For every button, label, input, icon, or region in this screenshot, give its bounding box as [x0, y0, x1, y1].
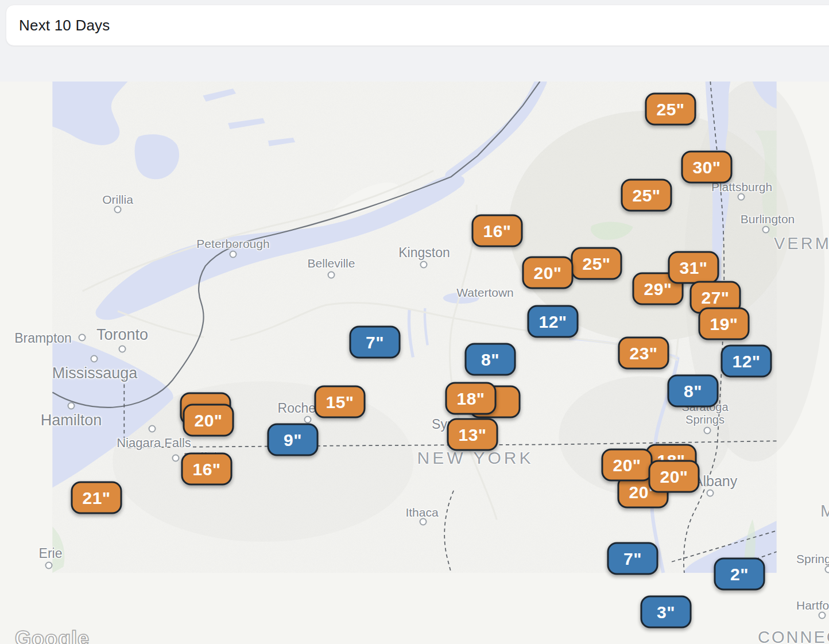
snow-amount-badge[interactable]: 25" — [621, 179, 672, 212]
weather-map-app: { "header": { "title": "Next 10 Days" },… — [0, 0, 829, 644]
snow-amount-badge[interactable]: 20" — [649, 460, 700, 493]
snow-amount-badge[interactable]: 8" — [465, 343, 516, 376]
snow-amount-badge[interactable]: 21" — [71, 482, 122, 514]
snow-amount-badge[interactable]: 12" — [528, 305, 579, 338]
snow-amount-badge[interactable]: 20" — [183, 404, 234, 437]
timeframe-label: Next 10 Days — [6, 17, 110, 34]
snow-amount-badge[interactable]: 16" — [181, 453, 233, 486]
snow-amount-badge[interactable]: 2" — [714, 558, 765, 591]
snow-amount-badge[interactable]: 16" — [472, 215, 523, 247]
snow-badges-layer: 25"30"25"16"25"20"29"31"27"19"12"7"8"12"… — [0, 0, 829, 644]
snow-amount-badge[interactable]: 13" — [447, 418, 498, 451]
google-attribution-logo[interactable]: Google — [15, 627, 90, 644]
timeframe-selector[interactable]: Next 10 Days — [6, 5, 829, 46]
snow-amount-badge[interactable]: 20" — [522, 257, 574, 289]
snow-amount-badge[interactable]: 18" — [446, 382, 497, 415]
snow-amount-badge[interactable]: 25" — [645, 93, 696, 126]
snow-amount-badge[interactable]: 23" — [618, 337, 669, 370]
snow-amount-badge[interactable]: 31" — [668, 251, 719, 284]
snow-amount-badge[interactable]: 8" — [668, 375, 719, 408]
snow-amount-badge[interactable]: 30" — [681, 151, 733, 184]
snow-amount-badge[interactable]: 9" — [268, 424, 319, 456]
snow-amount-badge[interactable]: 7" — [350, 326, 401, 359]
snow-amount-badge[interactable]: 20" — [602, 449, 653, 482]
snow-amount-badge[interactable]: 7" — [607, 542, 658, 575]
snow-amount-badge[interactable]: 3" — [641, 596, 692, 629]
snow-amount-badge[interactable]: 15" — [315, 386, 366, 418]
snow-amount-badge[interactable]: 12" — [721, 345, 772, 378]
snow-amount-badge[interactable]: 25" — [571, 247, 622, 280]
snow-amount-badge[interactable]: 19" — [699, 308, 750, 340]
